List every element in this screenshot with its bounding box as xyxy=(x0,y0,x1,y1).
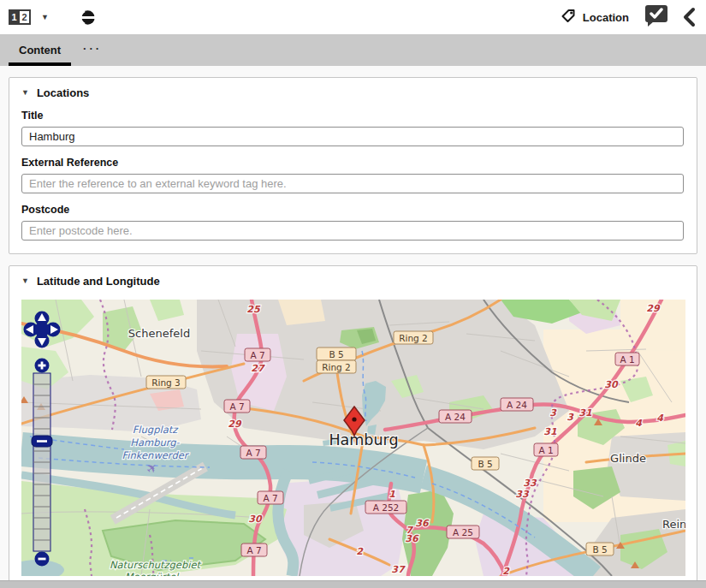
bottom-scrollbar-track[interactable] xyxy=(0,580,706,588)
exit-number: 31 xyxy=(543,426,557,437)
exit-number: 36 xyxy=(405,533,419,544)
place-label: Finkenwerder xyxy=(122,449,190,461)
svg-text:B 5: B 5 xyxy=(329,349,343,359)
svg-text:A 1: A 1 xyxy=(620,354,634,365)
page-column-1: 1 xyxy=(9,9,20,25)
panel-latlon-title: Latitude and Longitude xyxy=(37,275,160,288)
place-label: Hamburg xyxy=(329,431,398,448)
svg-text:A 7: A 7 xyxy=(263,493,277,503)
postcode-input[interactable] xyxy=(21,221,684,241)
panel-locations-title: Locations xyxy=(37,86,89,99)
place-label: Flugplatz xyxy=(133,424,179,436)
svg-text:Ring 2: Ring 2 xyxy=(399,333,428,343)
tab-bar: Content ··· xyxy=(0,34,706,66)
exit-number: 25 xyxy=(246,304,261,315)
exit-number: 27 xyxy=(251,363,265,374)
page-columns-icon[interactable]: 1 2 xyxy=(9,9,31,25)
place-label: Hamburg- xyxy=(130,437,180,448)
exit-number: 30 xyxy=(248,514,263,525)
exit-number: 3 xyxy=(549,407,557,419)
svg-text:A 24: A 24 xyxy=(507,400,527,410)
svg-text:A 7: A 7 xyxy=(250,350,264,360)
exit-number: 33 xyxy=(515,489,530,500)
external-reference-input[interactable] xyxy=(21,174,684,193)
exit-number: 3 xyxy=(567,412,574,423)
exit-number: 29 xyxy=(228,419,242,430)
globe-icon[interactable] xyxy=(80,9,96,26)
map-zoom-control[interactable] xyxy=(32,359,52,567)
top-toolbar: 1 2 ▼ Location xyxy=(0,0,706,34)
svg-text:A 252: A 252 xyxy=(373,502,400,513)
svg-text:A 7: A 7 xyxy=(246,448,260,458)
svg-text:B 5: B 5 xyxy=(478,459,492,469)
tag-icon xyxy=(561,8,576,27)
exit-number: 37 xyxy=(391,564,406,575)
exit-number: 29 xyxy=(646,303,661,314)
collapse-caret-icon: ▼ xyxy=(21,276,29,285)
place-label: Moorgürtel xyxy=(125,571,180,576)
map-canvas[interactable]: ✈ A 7A 7A 7A 7A 7A 24A 24A 1A 1A 25A 252… xyxy=(21,300,685,576)
exit-number: 30 xyxy=(604,379,619,390)
svg-text:A 7: A 7 xyxy=(229,401,244,412)
panel-locations: ▼ Locations Title External Reference Pos… xyxy=(9,77,697,254)
form-content: ▼ Locations Title External Reference Pos… xyxy=(0,66,706,583)
exit-number: 1 xyxy=(389,489,395,500)
panel-latlon-header[interactable]: ▼ Latitude and Longitude xyxy=(21,275,684,288)
tab-content[interactable]: Content xyxy=(9,34,71,66)
exit-number: 4 xyxy=(656,413,664,424)
external-reference-label: External Reference xyxy=(21,157,684,169)
svg-text:A 24: A 24 xyxy=(445,412,466,422)
panel-latlon: ▼ Latitude and Longitude xyxy=(9,265,697,583)
svg-text:A 1: A 1 xyxy=(538,445,553,455)
postcode-label: Postcode xyxy=(21,204,684,216)
panel-locations-header[interactable]: ▼ Locations xyxy=(21,86,684,99)
title-label: Title xyxy=(21,110,684,122)
collapse-caret-icon: ▼ xyxy=(21,88,29,97)
exit-number: 4 xyxy=(635,418,643,429)
exit-number: 2 xyxy=(356,546,364,557)
svg-text:Ring 2: Ring 2 xyxy=(322,362,351,372)
bubble-check-icon[interactable] xyxy=(643,3,670,31)
place-label: Naturschutzgebiet xyxy=(110,559,202,571)
place-label: Schenefeld xyxy=(128,327,190,340)
exit-number: 33 xyxy=(523,478,537,489)
exit-number: 36 xyxy=(415,518,430,529)
content-type-label: Location xyxy=(583,11,629,24)
caret-down-icon[interactable]: ▼ xyxy=(41,13,49,21)
place-label: Glinde xyxy=(610,452,646,465)
svg-text:B 5: B 5 xyxy=(592,544,607,555)
svg-text:A 7: A 7 xyxy=(246,545,261,555)
exit-number: 2 xyxy=(502,566,510,576)
place-label: Reinbek xyxy=(662,518,685,531)
tab-more[interactable]: ··· xyxy=(83,34,102,66)
exit-number: 31 xyxy=(578,407,592,419)
svg-text:Ring 3: Ring 3 xyxy=(151,377,181,388)
page-column-2: 2 xyxy=(20,9,31,25)
chevron-left-icon[interactable] xyxy=(682,7,696,27)
svg-text:A 25: A 25 xyxy=(453,527,473,538)
title-input[interactable] xyxy=(21,127,684,146)
